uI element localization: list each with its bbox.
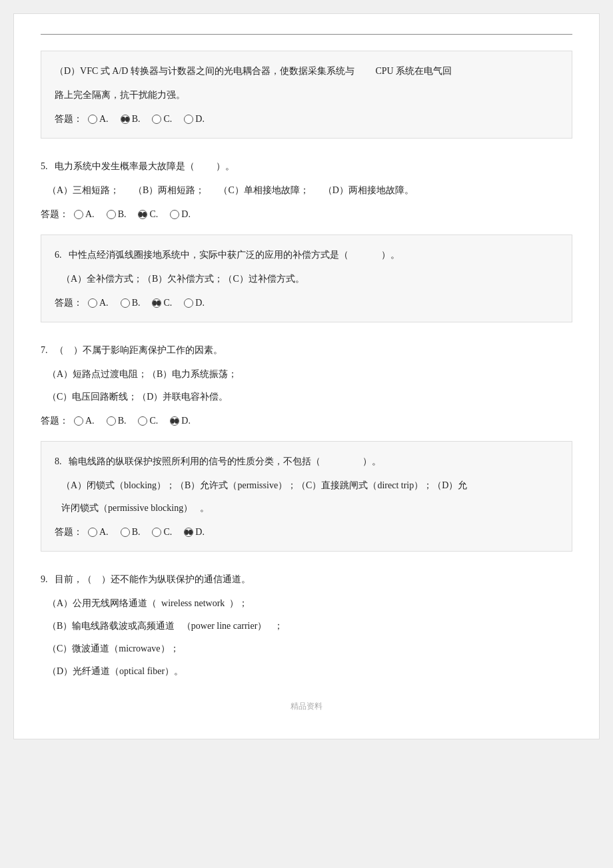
q8-letter-A: A. [99,523,109,542]
q4-radio-circle-D[interactable] [184,115,193,124]
q5-options: （A）三相短路； （B）两相短路； （C）单相接地故障； （D）两相接地故障。 [41,181,572,200]
q5-radio-circle-B[interactable] [107,210,116,219]
q5-radio-B[interactable]: B. [107,205,127,224]
q5-radio-C[interactable]: C. [138,205,158,224]
q6-radio-B[interactable]: B. [121,294,141,312]
q6-radio-D[interactable]: D. [184,294,205,312]
q4-answer-label: 答题： [55,110,83,129]
q5-radio-circle-D[interactable] [170,210,179,219]
q4-answer-row: 答题： A. B. C. D. [55,110,558,129]
question-block-q6: 6. 中性点经消弧线圈接地系统中，实际中获广泛的应用的补偿方式是（ ）。 （A）… [41,234,572,322]
q4-letter-C: C. [163,110,172,129]
q7-radio-circle-A[interactable] [74,416,83,426]
q4-radio-C[interactable]: C. [152,110,172,129]
q6-options: （A）全补偿方式；（B）欠补偿方式；（C）过补偿方式。 [55,270,558,288]
question-block-q9: 9. 目前，（ ）还不能作为纵联保护的通信通道。 （A）公用无线网络通道（ wi… [41,564,572,687]
q8-radio-B[interactable]: B. [121,523,141,542]
q8-radio-D[interactable]: D. [184,523,205,542]
q5-radio-A[interactable]: A. [74,205,95,224]
q6-radio-circle-C[interactable] [152,298,161,308]
q6-question-text: 6. 中性点经消弧线圈接地系统中，实际中获广泛的应用的补偿方式是（ ）。 [55,246,558,264]
q8-answer-label: 答题： [55,523,83,542]
footer-label: 精品资料 [41,701,572,712]
q4-letter-A: A. [99,110,109,129]
q8-letter-D: D. [195,523,205,542]
q4-radio-circle-B[interactable] [121,115,130,124]
q9-option-A: （A）公用无线网络通道（ wireless network ）； [41,594,572,613]
q5-radio-circle-A[interactable] [74,210,83,219]
q7-answer-label: 答题： [41,412,69,430]
q7-question-text: 7. （ ）不属于影响距离保护工作的因素。 [41,341,572,360]
q8-options-line2: 许闭锁式（permissive blocking） 。 [55,499,558,518]
q8-letter-B: B. [132,523,141,542]
q9-question-text: 9. 目前，（ ）还不能作为纵联保护的通信通道。 [41,570,572,589]
q5-answer-label: 答题： [41,205,69,224]
q8-radio-C[interactable]: C. [152,523,172,542]
question-block-q8: 8. 输电线路的纵联保护按照所利用的信号的性质分类，不包括（ ）。 （A）闭锁式… [41,441,572,552]
q6-answer-label: 答题： [55,294,83,312]
q7-radio-circle-B[interactable] [107,416,116,426]
q7-answer-row: 答题： A. B. C. D. [41,412,572,430]
q8-radio-A[interactable]: A. [88,523,109,542]
q7-radio-C[interactable]: C. [138,412,158,430]
q7-letter-A: A. [85,412,95,430]
q5-letter-B: B. [118,205,127,224]
q4-radio-A[interactable]: A. [88,110,109,129]
q8-radio-circle-A[interactable] [88,528,97,537]
q4-text-line2: 路上完全隔离，抗干扰能力强。 [55,86,558,105]
q4-letter-D: D. [195,110,205,129]
q6-radio-circle-B[interactable] [121,298,130,308]
q4-radio-circle-A[interactable] [88,115,97,124]
q6-radio-C[interactable]: C. [152,294,172,312]
q7-radio-D[interactable]: D. [170,412,191,430]
q6-letter-C: C. [163,294,172,312]
q4-radio-B[interactable]: B. [121,110,141,129]
q5-radio-circle-C[interactable] [138,210,147,219]
q5-answer-row: 答题： A. B. C. D. [41,205,572,224]
q9-option-B: （B）输电线路载波或高频通道 （power line carrier） ； [41,617,572,636]
q8-radio-circle-C[interactable] [152,528,161,537]
q7-radio-A[interactable]: A. [74,412,95,430]
q4-radio-circle-C[interactable] [152,115,161,124]
q6-letter-A: A. [99,294,109,312]
q8-radio-circle-D[interactable] [184,528,193,537]
q5-radio-D[interactable]: D. [170,205,191,224]
q7-options-line2: （C）电压回路断线；（D）并联电容补偿。 [41,388,572,406]
q6-answer-row: 答题： A. B. C. D. [55,294,558,312]
q6-radio-circle-A[interactable] [88,298,97,308]
q6-radio-A[interactable]: A. [88,294,109,312]
question-block-q5: 5. 电力系统中发生概率最大故障是（ ）。 （A）三相短路； （B）两相短路； … [41,151,572,226]
q9-option-D: （D）光纤通道（optical fiber）。 [41,662,572,681]
q8-answer-row: 答题： A. B. C. D. [55,523,558,542]
q7-radio-B[interactable]: B. [107,412,127,430]
q7-radio-circle-C[interactable] [138,416,147,426]
q4-text-line1: （D）VFC 式 A/D 转换器与计数器之间的光电耦合器，使数据采集系统与 CP… [55,62,558,81]
question-block-q7: 7. （ ）不属于影响距离保护工作的因素。 （A）短路点过渡电阻；（B）电力系统… [41,334,572,433]
q8-question-text: 8. 输电线路的纵联保护按照所利用的信号的性质分类，不包括（ ）。 [55,452,558,471]
q6-radio-circle-D[interactable] [184,298,193,308]
q8-options-line1: （A）闭锁式（blocking）；（B）允许式（permissive）；（C）直… [55,476,558,495]
q7-letter-C: C. [149,412,158,430]
top-divider [41,34,572,35]
q5-letter-D: D. [181,205,191,224]
q7-options-line1: （A）短路点过渡电阻；（B）电力系统振荡； [41,365,572,384]
q5-letter-C: C. [149,205,158,224]
q4-radio-D[interactable]: D. [184,110,205,129]
q8-letter-C: C. [163,523,172,542]
q7-radio-circle-D[interactable] [170,416,179,426]
q5-question-text: 5. 电力系统中发生概率最大故障是（ ）。 [41,157,572,176]
q7-letter-B: B. [118,412,127,430]
page: （D）VFC 式 A/D 转换器与计数器之间的光电耦合器，使数据采集系统与 CP… [13,13,600,739]
q5-letter-A: A. [85,205,95,224]
q9-option-C: （C）微波通道（microwave）； [41,640,572,658]
q8-radio-circle-B[interactable] [121,528,130,537]
question-block-q4: （D）VFC 式 A/D 转换器与计数器之间的光电耦合器，使数据采集系统与 CP… [41,51,572,139]
q6-letter-D: D. [195,294,205,312]
q6-letter-B: B. [132,294,141,312]
q4-letter-B: B. [132,110,141,129]
q7-letter-D: D. [181,412,191,430]
